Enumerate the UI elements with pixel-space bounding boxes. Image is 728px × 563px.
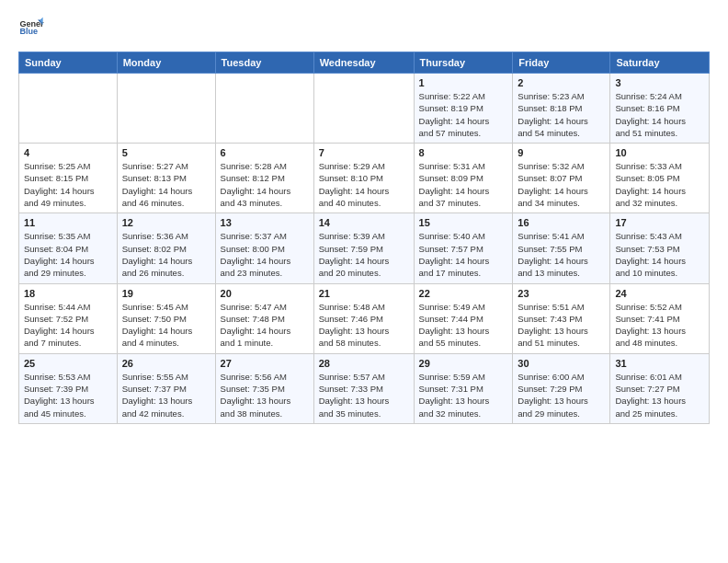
daylight-hours: Daylight: 13 hours [518, 326, 588, 336]
daylight-hours: Daylight: 13 hours [24, 396, 95, 406]
calendar-week-4: 18Sunrise: 5:44 AMSunset: 7:52 PMDayligh… [19, 283, 710, 353]
day-number: 14 [319, 217, 409, 228]
day-info-continuation: and 7 minutes. [24, 338, 81, 348]
day-info-continuation: and 25 minutes. [615, 408, 677, 419]
sunrise-time: Sunrise: 5:31 AM [419, 161, 485, 171]
calendar-cell: 31Sunrise: 6:01 AMSunset: 7:27 PMDayligh… [610, 353, 710, 423]
sunrise-time: Sunrise: 5:35 AM [24, 231, 90, 241]
calendar-cell: 16Sunrise: 5:41 AMSunset: 7:55 PMDayligh… [513, 213, 610, 283]
calendar-body: 1Sunrise: 5:22 AMSunset: 8:19 PMDaylight… [19, 74, 710, 424]
calendar-cell: 26Sunrise: 5:55 AMSunset: 7:37 PMDayligh… [117, 353, 215, 423]
calendar-cell: 2Sunrise: 5:23 AMSunset: 8:18 PMDaylight… [513, 74, 610, 144]
day-number: 24 [615, 288, 704, 299]
logo-icon: General Blue [18, 15, 44, 40]
daylight-hours: Daylight: 14 hours [122, 186, 193, 196]
sunrise-time: Sunrise: 5:27 AM [122, 161, 188, 171]
calendar-cell: 6Sunrise: 5:28 AMSunset: 8:12 PMDaylight… [215, 144, 313, 213]
sunset-time: Sunset: 7:33 PM [319, 384, 383, 394]
sunrise-time: Sunrise: 5:40 AM [419, 231, 485, 241]
day-info-continuation: and 38 minutes. [221, 408, 283, 419]
sunset-time: Sunset: 8:16 PM [615, 103, 679, 113]
day-info: Sunrise: 6:00 AMSunset: 7:29 PMDaylight:… [518, 371, 605, 419]
day-info-continuation: and 32 minutes. [615, 198, 677, 208]
calendar-cell: 4Sunrise: 5:25 AMSunset: 8:15 PMDaylight… [19, 144, 118, 213]
daylight-hours: Daylight: 13 hours [122, 396, 193, 406]
day-number: 16 [518, 217, 605, 228]
day-info-continuation: and 54 minutes. [518, 128, 580, 138]
daylight-hours: Daylight: 14 hours [615, 186, 686, 196]
day-info-continuation: and 46 minutes. [122, 198, 185, 208]
daylight-hours: Daylight: 14 hours [122, 326, 193, 336]
daylight-hours: Daylight: 14 hours [319, 256, 390, 266]
day-info: Sunrise: 5:40 AMSunset: 7:57 PMDaylight:… [419, 230, 508, 279]
day-info-continuation: and 57 minutes. [419, 128, 482, 138]
sunset-time: Sunset: 8:19 PM [419, 103, 483, 113]
calendar-cell: 24Sunrise: 5:52 AMSunset: 7:41 PMDayligh… [610, 283, 710, 353]
sunrise-time: Sunrise: 6:00 AM [518, 372, 584, 382]
calendar-cell: 20Sunrise: 5:47 AMSunset: 7:48 PMDayligh… [215, 283, 313, 353]
sunrise-time: Sunrise: 5:29 AM [319, 161, 385, 171]
day-info: Sunrise: 5:55 AMSunset: 7:37 PMDaylight:… [122, 371, 210, 419]
day-info: Sunrise: 5:53 AMSunset: 7:39 PMDaylight:… [24, 371, 112, 419]
day-info: Sunrise: 5:28 AMSunset: 8:12 PMDaylight:… [221, 160, 309, 209]
day-info-continuation: and 10 minutes. [615, 268, 677, 278]
day-info: Sunrise: 5:27 AMSunset: 8:13 PMDaylight:… [122, 160, 210, 209]
sunrise-time: Sunrise: 5:28 AM [221, 161, 287, 171]
day-info-continuation: and 29 minutes. [518, 408, 580, 419]
day-info: Sunrise: 5:48 AMSunset: 7:46 PMDaylight:… [319, 301, 409, 350]
daylight-hours: Daylight: 14 hours [615, 256, 686, 266]
day-info-continuation: and 17 minutes. [419, 268, 482, 278]
day-info-continuation: and 35 minutes. [319, 408, 381, 419]
day-number: 8 [419, 147, 508, 158]
calendar-cell: 8Sunrise: 5:31 AMSunset: 8:09 PMDaylight… [414, 144, 513, 213]
day-number: 3 [615, 77, 704, 88]
day-number: 4 [24, 147, 112, 158]
sunset-time: Sunset: 8:00 PM [221, 244, 285, 254]
sunset-time: Sunset: 7:55 PM [518, 244, 582, 254]
day-number: 27 [221, 358, 309, 369]
calendar-cell: 12Sunrise: 5:36 AMSunset: 8:02 PMDayligh… [117, 213, 215, 283]
header-row: Sunday Monday Tuesday Wednesday Thursday… [19, 52, 710, 74]
day-info-continuation: and 34 minutes. [518, 198, 580, 208]
daylight-hours: Daylight: 13 hours [615, 396, 686, 406]
daylight-hours: Daylight: 14 hours [122, 256, 193, 266]
day-number: 29 [419, 358, 508, 369]
sunrise-time: Sunrise: 5:55 AM [122, 372, 188, 382]
sunset-time: Sunset: 7:46 PM [319, 314, 383, 324]
day-info: Sunrise: 5:52 AMSunset: 7:41 PMDaylight:… [615, 301, 704, 350]
calendar-cell: 28Sunrise: 5:57 AMSunset: 7:33 PMDayligh… [313, 353, 414, 423]
sunrise-time: Sunrise: 5:33 AM [615, 161, 681, 171]
day-info: Sunrise: 5:43 AMSunset: 7:53 PMDaylight:… [615, 230, 704, 279]
calendar-cell: 23Sunrise: 5:51 AMSunset: 7:43 PMDayligh… [513, 283, 610, 353]
day-number: 17 [615, 217, 704, 228]
sunset-time: Sunset: 8:18 PM [518, 103, 582, 113]
day-info-continuation: and 4 minutes. [122, 338, 179, 348]
sunset-time: Sunset: 7:50 PM [122, 314, 187, 324]
daylight-hours: Daylight: 14 hours [518, 116, 588, 126]
sunset-time: Sunset: 8:05 PM [615, 173, 679, 183]
calendar-cell: 17Sunrise: 5:43 AMSunset: 7:53 PMDayligh… [610, 213, 710, 283]
sunrise-time: Sunrise: 5:49 AM [419, 302, 485, 312]
day-info-continuation: and 32 minutes. [419, 408, 482, 419]
calendar-cell: 15Sunrise: 5:40 AMSunset: 7:57 PMDayligh… [414, 213, 513, 283]
day-number: 19 [122, 288, 210, 299]
sunset-time: Sunset: 7:59 PM [319, 244, 383, 254]
calendar-cell: 1Sunrise: 5:22 AMSunset: 8:19 PMDaylight… [414, 74, 513, 144]
daylight-hours: Daylight: 14 hours [518, 186, 588, 196]
calendar-week-3: 11Sunrise: 5:35 AMSunset: 8:04 PMDayligh… [19, 213, 710, 283]
sunset-time: Sunset: 7:29 PM [518, 384, 582, 394]
daylight-hours: Daylight: 13 hours [319, 396, 390, 406]
header-thursday: Thursday [414, 52, 513, 74]
sunset-time: Sunset: 7:48 PM [221, 314, 285, 324]
calendar-cell: 19Sunrise: 5:45 AMSunset: 7:50 PMDayligh… [117, 283, 215, 353]
day-number: 15 [419, 217, 508, 228]
calendar-cell [117, 74, 215, 144]
day-number: 18 [24, 288, 112, 299]
day-info-continuation: and 1 minute. [221, 338, 274, 348]
sunset-time: Sunset: 7:41 PM [615, 314, 679, 324]
day-number: 23 [518, 288, 605, 299]
daylight-hours: Daylight: 13 hours [419, 396, 490, 406]
day-info: Sunrise: 5:56 AMSunset: 7:35 PMDaylight:… [221, 371, 309, 419]
sunset-time: Sunset: 7:53 PM [615, 244, 679, 254]
daylight-hours: Daylight: 14 hours [319, 186, 390, 196]
